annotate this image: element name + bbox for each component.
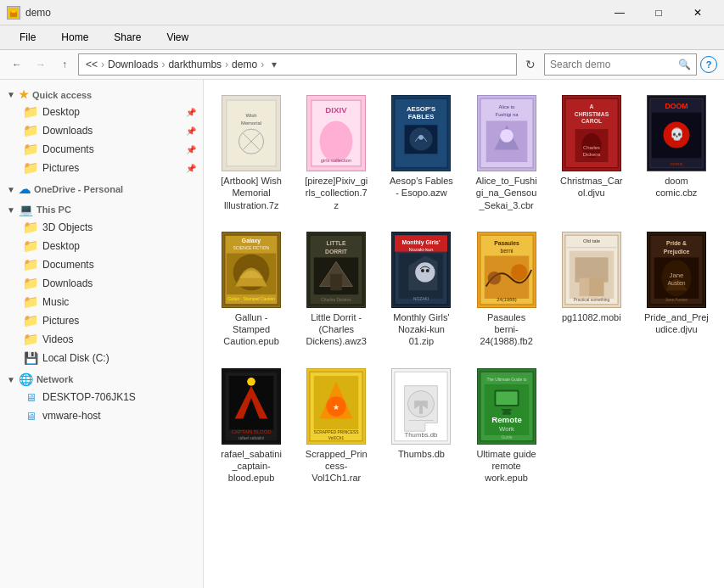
folder-icon: 📁 <box>24 161 37 175</box>
sidebar-item-localdisk[interactable]: 💾 Local Disk (C:) <box>0 349 203 367</box>
ribbon-tabs: File Home Share View <box>0 25 724 49</box>
file-item-alice[interactable]: Alice to Fushigi na Alice_to_Fushigi_na_… <box>467 88 545 218</box>
minimize-button[interactable]: — <box>600 0 639 25</box>
sidebar-section-network[interactable]: ▼ 🌐 Network <box>0 367 203 388</box>
sidebar-item-desktop[interactable]: 📁 Desktop <box>0 237 203 255</box>
svg-text:A: A <box>589 104 593 109</box>
search-icon: 🔍 <box>678 59 691 70</box>
network-label: Network <box>36 374 73 384</box>
file-item-pasaules[interactable]: Pasaules berni 24(1988) Pasaules berni-2… <box>467 225 545 355</box>
file-thumbnail: The Ultimate Guide to Remote Work Guide <box>477 368 536 445</box>
file-item-scrapped[interactable]: ★ SCRAPPED PRINCESS Vol1Ch1 Scrapped_Pri… <box>297 361 375 491</box>
pin-icon: 📌 <box>186 126 196 136</box>
address-dropdown-button[interactable]: ▾ <box>266 59 283 70</box>
up-button[interactable]: ↑ <box>54 54 75 75</box>
sidebar-item-documents[interactable]: 📁 Documents <box>0 255 203 274</box>
svg-text:Monthly Girls': Monthly Girls' <box>402 239 441 246</box>
search-bar: 🔍 <box>544 53 697 76</box>
sidebar-label: Desktop <box>42 240 80 252</box>
svg-text:Wish: Wish <box>246 113 257 118</box>
svg-text:CAPTAIN BLOOD: CAPTAIN BLOOD <box>232 429 272 434</box>
folder-icon: 📁 <box>24 333 37 346</box>
file-thumbnail: Pride & Prejudice Jane Austen Jane Auste… <box>647 232 706 308</box>
sidebar-item-desktop-qa[interactable]: 📁 Desktop 📌 <box>0 103 203 121</box>
svg-text:Jane: Jane <box>669 272 683 279</box>
sidebar-item-videos[interactable]: 📁 Videos <box>0 330 203 349</box>
file-name: Pride_and_Prejudice.djvu <box>644 311 709 336</box>
sidebar-item-pictures[interactable]: 📁 Pictures <box>0 311 203 330</box>
svg-rect-83 <box>589 278 603 296</box>
sidebar-label: Local Disk (C:) <box>42 352 109 364</box>
svg-text:Gallun - Stamped Caution: Gallun - Stamped Caution <box>227 297 275 301</box>
folder-icon: 📁 <box>24 258 37 272</box>
svg-text:Galaxy: Galaxy <box>242 238 261 244</box>
file-grid: Wish Memorial [Artbook] Wish Memorial Il… <box>212 88 716 491</box>
file-name: doom comic.cbz <box>644 175 709 199</box>
file-item-pixiv[interactable]: DIXIV girls collection [pireze]Pixiv_gir… <box>297 88 375 218</box>
svg-point-21 <box>418 135 424 140</box>
tab-share[interactable]: Share <box>101 25 154 49</box>
svg-text:Austen: Austen <box>667 280 685 286</box>
svg-text:Prejudice: Prejudice <box>664 248 690 255</box>
refresh-button[interactable]: ↻ <box>520 54 541 75</box>
file-item-rafael[interactable]: CAPTAIN BLOOD rafael sabatini rafael_sab… <box>212 361 290 491</box>
file-thumbnail: Pasaules berni 24(1988) <box>477 232 536 308</box>
file-item-remote[interactable]: The Ultimate Guide to Remote Work Guide … <box>467 361 545 491</box>
file-name: Christmas_Carol.djvu <box>559 175 624 199</box>
sidebar-section-onedrive[interactable]: ▼ ☁ OneDrive - Personal <box>0 177 203 198</box>
breadcrumb-darkthumbs: darkthumbs <box>168 59 222 70</box>
network-icon: 🌐 <box>19 372 33 386</box>
sidebar-label: Pictures <box>42 162 79 174</box>
file-thumbnail: DIXIV girls collection <box>306 95 366 171</box>
svg-text:Dickens: Dickens <box>582 152 600 157</box>
back-button[interactable]: ← <box>7 54 27 75</box>
sidebar-label: Videos <box>42 333 73 345</box>
sidebar-label: Desktop <box>42 106 80 118</box>
svg-text:Old tale: Old tale <box>583 238 600 244</box>
file-name: Aesop's Fables - Esopo.azw <box>389 175 453 199</box>
sidebar-item-3dobjects[interactable]: 📁 3D Objects <box>0 218 203 237</box>
file-item-aesop[interactable]: AESOP'S FABLES Aesop's Fables - Esopo.az… <box>382 88 460 218</box>
file-item-doom[interactable]: DOOM 💀 comic doom comic.cbz <box>637 88 716 218</box>
file-item-dorrit[interactable]: LITTLE DORRIT Charles Dickens Little Dor… <box>297 225 375 355</box>
maximize-button[interactable]: □ <box>639 0 678 25</box>
file-item-pg[interactable]: Old tale Practical something pg11082.mob… <box>553 225 631 355</box>
sidebar-label: Pictures <box>42 315 79 327</box>
svg-text:Vol1Ch1: Vol1Ch1 <box>328 436 345 440</box>
sidebar-item-desktop706[interactable]: 🖥 DESKTOP-706JK1S <box>0 388 203 406</box>
address-bar-area: ← → ↑ << › Downloads › darkthumbs › demo… <box>0 50 724 80</box>
svg-text:CAROL: CAROL <box>581 118 602 124</box>
svg-text:SCRAPPED PRINCESS: SCRAPPED PRINCESS <box>314 430 360 434</box>
sidebar-label: Documents <box>42 259 94 271</box>
file-item-nozaki[interactable]: Monthly Girls' Nozaki-kun NOZAKI Monthly… <box>382 225 460 355</box>
sidebar-item-downloads-qa[interactable]: 📁 Downloads 📌 <box>0 121 203 140</box>
thispc-label: This PC <box>36 204 71 215</box>
tab-view[interactable]: View <box>154 25 201 49</box>
sidebar-section-quick-access[interactable]: ▼ ★ Quick access <box>0 83 203 103</box>
file-item-carol[interactable]: A CHRISTMAS CAROL Charles Dickens Christ… <box>553 88 631 218</box>
sidebar-section-thispc[interactable]: ▼ 💻 This PC <box>0 198 203 218</box>
file-item-gallun[interactable]: Galaxy SCIENCE FICTION Gallun - Stamped … <box>212 225 290 355</box>
sidebar-item-music[interactable]: 📁 Music <box>0 293 203 311</box>
folder-icon: 📁 <box>24 221 37 234</box>
file-item-wish[interactable]: Wish Memorial [Artbook] Wish Memorial Il… <box>212 88 290 218</box>
pin-icon: 📌 <box>186 108 196 117</box>
sidebar-item-downloads[interactable]: 📁 Downloads <box>0 274 203 293</box>
close-button[interactable]: ✕ <box>678 0 717 25</box>
file-thumbnail: Galaxy SCIENCE FICTION Gallun - Stamped … <box>222 232 281 308</box>
forward-button[interactable]: → <box>31 54 51 75</box>
app-icon <box>7 6 20 20</box>
sidebar-item-documents-qa[interactable]: 📁 Documents 📌 <box>0 140 203 159</box>
sidebar-item-vmwarehost[interactable]: 🖥 vmware-host <box>0 406 203 425</box>
sidebar-item-pictures-qa[interactable]: 📁 Pictures 📌 <box>0 159 203 177</box>
file-item-thumbsdb[interactable]: Thumbs.db Thumbs.db <box>382 361 460 491</box>
sidebar-label: vmware-host <box>42 410 101 422</box>
search-input[interactable] <box>550 59 678 70</box>
file-item-pride[interactable]: Pride & Prejudice Jane Austen Jane Auste… <box>637 225 716 355</box>
help-button[interactable]: ? <box>700 56 717 73</box>
address-bar[interactable]: << › Downloads › darkthumbs › demo › ▾ <box>78 53 517 76</box>
tab-file[interactable]: File <box>7 25 48 49</box>
tab-home[interactable]: Home <box>48 25 101 49</box>
svg-point-73 <box>487 272 501 285</box>
svg-text:Memorial: Memorial <box>241 120 261 126</box>
